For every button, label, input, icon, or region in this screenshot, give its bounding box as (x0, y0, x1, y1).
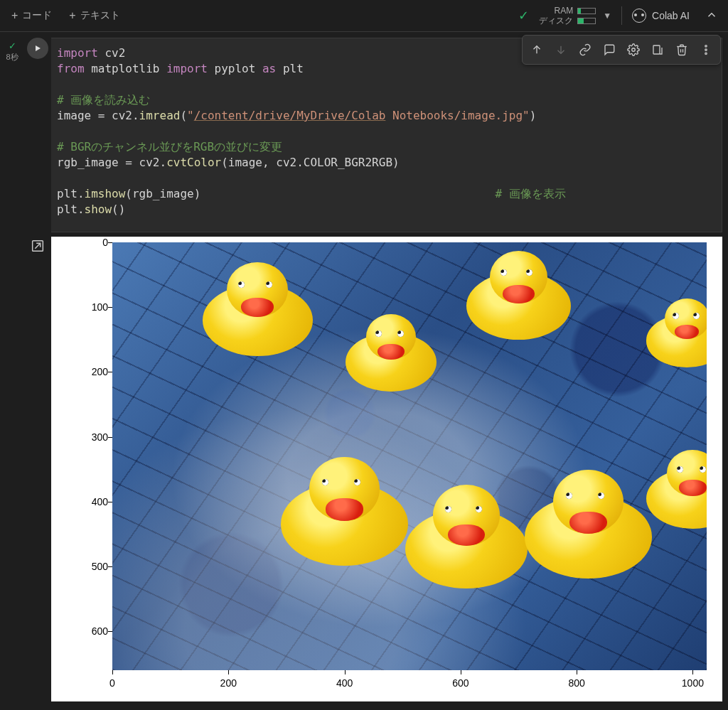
y-tick-label: 0 (80, 237, 108, 248)
disk-label: ディスク (539, 16, 573, 26)
add-text-button[interactable]: + テキスト (62, 5, 127, 26)
cell-exec-time: 8秒 (6, 52, 18, 63)
divider (621, 6, 622, 25)
status-check-icon: ✓ (518, 8, 529, 23)
colab-ai-label: Colab AI (652, 10, 690, 21)
disk-bar (577, 18, 596, 24)
plus-icon: + (11, 10, 18, 21)
x-tick-label: 600 (452, 677, 469, 689)
code-cell: ✓ 8秒 import cv2 from matplotlib import p… (0, 36, 728, 232)
svg-point-2 (632, 48, 636, 52)
y-tick-label: 500 (80, 561, 108, 572)
svg-rect-3 (653, 45, 660, 54)
colab-ai-icon (632, 9, 646, 23)
x-tick-label: 0 (109, 677, 115, 689)
duck (405, 485, 527, 594)
matplotlib-output: 010020030040050060002004006008001000 (51, 237, 722, 701)
cell-settings-button[interactable] (622, 38, 645, 61)
move-cell-up-button[interactable] (525, 38, 548, 61)
svg-point-4 (705, 45, 707, 47)
toolbar: + コード + テキスト ✓ RAM ディスク ▼ Colab AI (0, 0, 728, 32)
code-editor[interactable]: import cv2 from matplotlib import pyplot… (51, 38, 722, 232)
add-code-button[interactable]: + コード (4, 5, 59, 26)
resource-indicator[interactable]: RAM ディスク (539, 6, 596, 26)
y-tick-label: 600 (80, 625, 108, 637)
cell-gutter: ✓ 8秒 (0, 36, 24, 63)
mirror-cell-button[interactable] (646, 38, 669, 61)
collapse-header-button[interactable] (700, 6, 724, 26)
duck (281, 457, 409, 572)
svg-point-5 (705, 49, 707, 50)
x-tick-label: 400 (336, 677, 353, 689)
link-cell-button[interactable] (574, 38, 596, 61)
cell-more-button[interactable] (695, 38, 717, 61)
add-text-label: テキスト (80, 9, 120, 22)
cell-output: 010020030040050060002004006008001000 (0, 237, 728, 701)
x-tick-label: 1000 (682, 677, 704, 689)
resource-dropdown-icon[interactable]: ▼ (603, 11, 611, 21)
duck (203, 262, 313, 362)
duck (646, 450, 707, 534)
ram-bar (577, 8, 596, 14)
duck (466, 251, 571, 345)
ram-label: RAM (555, 6, 574, 16)
add-code-label: コード (22, 9, 52, 22)
colab-ai-button[interactable]: Colab AI (632, 9, 690, 23)
delete-cell-button[interactable] (670, 38, 693, 61)
plot-image (112, 242, 707, 670)
y-tick-label: 300 (80, 431, 108, 443)
duck (646, 298, 707, 372)
plus-icon: + (69, 10, 75, 21)
x-tick-label: 200 (220, 677, 237, 689)
cell-toolbar (522, 35, 721, 65)
run-cell-button[interactable] (27, 38, 48, 59)
move-cell-down-button (550, 38, 572, 61)
cell-executed-icon: ✓ (9, 41, 16, 51)
duck (525, 470, 653, 585)
x-tick-label: 800 (568, 677, 584, 689)
y-tick-label: 200 (80, 366, 108, 377)
collapse-output-button[interactable] (30, 238, 46, 701)
duck (346, 314, 436, 396)
comment-cell-button[interactable] (598, 38, 621, 61)
svg-point-6 (705, 53, 707, 54)
svg-marker-7 (36, 45, 41, 51)
svg-line-9 (35, 243, 40, 248)
y-tick-label: 100 (80, 301, 108, 313)
y-tick-label: 400 (80, 496, 108, 507)
